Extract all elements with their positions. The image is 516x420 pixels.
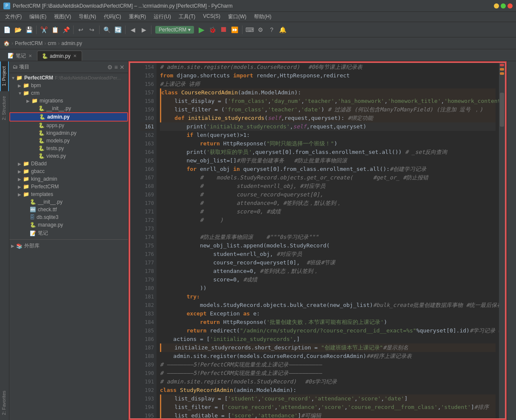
toolbar-replace[interactable]: 🔄 xyxy=(113,25,123,35)
toolbar-copy[interactable]: 📋 xyxy=(50,25,60,35)
side-tab-structure[interactable]: 2: Structure xyxy=(0,91,9,125)
stop-button[interactable]: ⏹ xyxy=(219,25,229,35)
menu-code[interactable]: 代码(C) xyxy=(100,12,125,21)
menu-file[interactable]: 文件(F) xyxy=(2,12,25,21)
menu-navigate[interactable]: 导航(N) xyxy=(75,12,100,21)
tree-item-init[interactable]: 🐍 __init__.py xyxy=(9,105,128,112)
tree-icon-dbadd: 📁 xyxy=(23,161,29,167)
toolbar-undo[interactable]: ↩ xyxy=(76,25,86,35)
menu-view[interactable]: 视图(V) xyxy=(51,12,74,21)
tree-item-dbadd[interactable]: ▶ 📁 DBadd xyxy=(9,160,128,167)
code-line-190: # ————————5!PerfectCRM实现批量生成上课记录————————… xyxy=(160,369,496,377)
tree-item-king-admin[interactable]: ▶ 📁 king_admin xyxy=(9,175,128,183)
tree-item-external[interactable]: ▶ 📚 外部库 xyxy=(9,241,128,250)
code-line-154: # admin.site.register(models.CourseRecor… xyxy=(160,63,496,71)
ln-189: 189 xyxy=(140,360,154,369)
tree-item-root-init[interactable]: 🐍 __init__.py xyxy=(9,198,128,206)
code-lines[interactable]: # admin.site.register(models.CourseRecor… xyxy=(157,63,499,418)
toolbar-help[interactable]: ? xyxy=(267,25,277,35)
tree-arrow-gbacc: ▶ xyxy=(18,169,23,174)
toolbar-settings[interactable]: ⚙ xyxy=(256,25,266,35)
tree-label-gbacc: gbacc xyxy=(31,168,45,174)
tree-item-appspy[interactable]: 🐍 apps.py xyxy=(9,122,128,129)
toolbar-new[interactable]: 📄 xyxy=(2,25,12,35)
toolbar-forward[interactable]: ▶ xyxy=(139,25,149,35)
code-content[interactable]: 154 155 156 157 158 159 160 161 162 163 … xyxy=(129,62,506,419)
minimize-button[interactable] xyxy=(494,3,499,9)
project-settings-btn[interactable]: ⚙ xyxy=(107,64,113,71)
scrollbar-gutter[interactable] xyxy=(499,63,505,418)
tree-item-root[interactable]: ▼ 📁 PerfectCRM F:\BaiduNetdiskDownload\P… xyxy=(9,74,128,82)
code-line-168: # student=enrll_obj, #对应学员 xyxy=(160,182,496,190)
menu-window[interactable]: 窗口(W) xyxy=(225,12,250,21)
tree-label-perfectcrm-folder: PerfectCRM xyxy=(31,184,59,190)
code-line-191: # admin.site.register(models.StudyRecord… xyxy=(160,377,496,386)
toolbar-open[interactable]: 📂 xyxy=(13,25,23,35)
toolbar-back[interactable]: ◀ xyxy=(128,25,138,35)
tree-item-kingadmin[interactable]: 🐍 kingadmin.py xyxy=(9,129,128,137)
toolbar-notifications[interactable]: 🔔 xyxy=(278,25,288,35)
tab-adminpy-close[interactable]: ✕ xyxy=(72,54,77,58)
toolbar-paste[interactable]: 📌 xyxy=(61,25,71,35)
close-button[interactable] xyxy=(507,3,513,9)
tab-notes[interactable]: 📝 笔记 ✕ xyxy=(3,51,37,61)
scroll-thumb[interactable] xyxy=(500,93,504,127)
side-tab-favorites[interactable]: 2: Favorites xyxy=(0,386,9,420)
menu-vcs[interactable]: VCS(S) xyxy=(200,12,224,21)
tree-item-dbsqlite[interactable]: 🗄 db.sqlite3 xyxy=(9,213,128,221)
tree-item-crm[interactable]: ▼ 📁 crm xyxy=(9,89,128,97)
debug-button[interactable]: 🐞 xyxy=(208,25,218,35)
tree-item-checkttf[interactable]: 🔤 check.ttf xyxy=(9,206,128,213)
tree-icon-modelspy: 🐍 xyxy=(38,138,45,144)
code-line-175: new_obj_list.append(models.StudyRecord( xyxy=(160,241,496,250)
code-line-156: #上课记录 讲师 xyxy=(160,80,496,88)
breadcrumb-home[interactable]: 🏠 xyxy=(3,40,10,46)
breadcrumb-adminpy[interactable]: admin.py xyxy=(61,40,82,46)
tree-item-templates[interactable]: ▶ 📁 templates xyxy=(9,190,128,198)
ln-177: 177 xyxy=(140,258,154,267)
toolbar-search[interactable]: 🔍 xyxy=(102,25,112,35)
tree-item-notes[interactable]: 📝 笔记 xyxy=(9,229,128,238)
toolbar-terminal[interactable]: ⌨ xyxy=(245,25,255,35)
breadcrumb-crm[interactable]: crm xyxy=(48,40,56,46)
tab-notes-icon: 📝 xyxy=(8,53,14,59)
code-line-167: # models.StudyRecord.objects.get_or_crea… xyxy=(160,173,496,182)
tree-item-adminpy[interactable]: 🐍 admin.py xyxy=(9,112,128,122)
tree-item-testspy[interactable]: 🐍 tests.py xyxy=(9,145,128,152)
maximize-button[interactable] xyxy=(501,3,506,9)
toolbar-save[interactable]: 💾 xyxy=(24,25,34,35)
tab-notes-close[interactable]: ✕ xyxy=(28,54,33,58)
project-expand-btn[interactable]: ≡ xyxy=(114,64,118,71)
step-button[interactable]: ⏩ xyxy=(230,25,240,35)
menu-tools[interactable]: 工具(T) xyxy=(175,12,199,21)
toolbar-cut[interactable]: ✂️ xyxy=(39,25,49,35)
tree-arrow-templates: ▶ xyxy=(18,192,23,197)
project-tree: ▼ 📁 PerfectCRM F:\BaiduNetdiskDownload\P… xyxy=(9,73,128,420)
tree-label-checkttf: check.ttf xyxy=(38,207,57,213)
tree-item-viewspy[interactable]: 🐍 views.py xyxy=(9,152,128,160)
breadcrumb-sep-2: › xyxy=(44,40,46,46)
tree-label-dbsqlite: db.sqlite3 xyxy=(37,214,58,220)
tree-item-perfectcrm-folder[interactable]: ▶ 📁 PerfectCRM xyxy=(9,183,128,190)
menu-edit[interactable]: 编辑(E) xyxy=(26,12,50,21)
code-line-163: return HttpResponse("同时只能选择一个班级！") xyxy=(160,139,496,148)
separator-2 xyxy=(73,26,74,34)
ln-184: 184 xyxy=(140,318,154,326)
tree-item-bpm[interactable]: ▶ 📁 bpm xyxy=(9,82,128,89)
window-title: PerfectCRM [F:\BaiduNetdiskDownload\Perf… xyxy=(13,3,233,9)
breadcrumb-perfectcrm[interactable]: PerfectCRM xyxy=(15,40,43,46)
run-button[interactable]: ▶ xyxy=(197,25,207,35)
project-close-btn[interactable]: ✕ xyxy=(120,64,125,71)
side-tab-project[interactable]: 1: Project xyxy=(0,61,9,91)
tree-item-gbacc[interactable]: ▶ 📁 gbacc xyxy=(9,167,128,175)
toolbar-redo[interactable]: ↪ xyxy=(87,25,97,35)
tree-item-managepy[interactable]: 🐍 manage.py xyxy=(9,221,128,229)
window-controls xyxy=(494,3,513,9)
menu-help[interactable]: 帮助(H) xyxy=(251,12,275,21)
menu-run[interactable]: 运行(U) xyxy=(150,12,174,21)
run-config[interactable]: PerfectCRM ▾ xyxy=(155,26,194,34)
tab-adminpy[interactable]: 🐍 admin.py ✕ xyxy=(37,51,82,61)
tree-item-modelspy[interactable]: 🐍 models.py xyxy=(9,137,128,145)
menu-refactor[interactable]: 重构(R) xyxy=(125,12,150,21)
tree-item-migrations[interactable]: ▶ 📁 migrations xyxy=(9,97,128,105)
